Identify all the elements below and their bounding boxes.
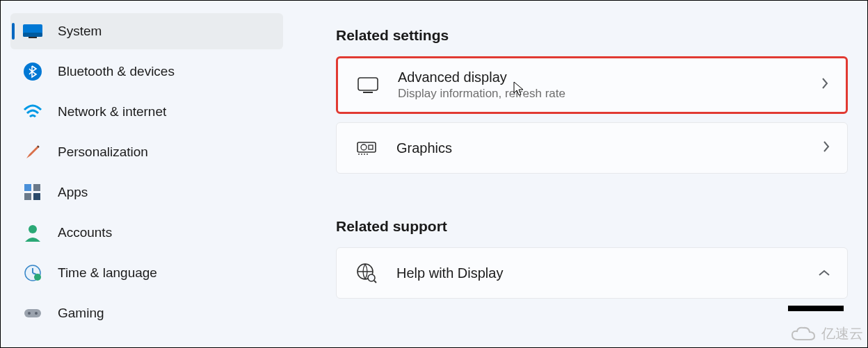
svg-point-12 [28,312,31,315]
chevron-right-icon [822,140,830,156]
card-title: Advanced display [398,69,821,85]
svg-rect-14 [358,78,378,90]
sidebar-item-accounts[interactable]: Accounts [10,215,283,251]
svg-rect-6 [24,193,31,200]
bluetooth-icon [23,62,42,81]
monitor-icon [357,75,378,96]
svg-rect-18 [369,145,373,149]
svg-rect-4 [24,184,31,191]
svg-point-8 [29,225,37,233]
svg-point-20 [368,274,375,281]
sidebar-item-label: Network & internet [58,104,166,119]
related-settings-heading: Related settings [336,27,848,44]
svg-rect-15 [363,92,373,93]
sidebar-nav: System Bluetooth & devices Network & int… [1,1,293,347]
watermark-text: 亿速云 [821,324,863,343]
cloud-icon [791,326,816,342]
apps-icon [23,183,42,202]
card-title: Help with Display [396,265,818,281]
sidebar-item-label: System [58,24,102,39]
graphics-card[interactable]: Graphics [336,122,848,174]
related-support-heading: Related support [336,218,848,235]
sidebar-item-network[interactable]: Network & internet [10,94,283,130]
redaction-bar [788,306,844,311]
sidebar-item-label: Accounts [58,225,112,240]
svg-point-10 [34,274,41,281]
sidebar-item-label: Bluetooth & devices [58,64,175,79]
chevron-up-icon [818,266,830,281]
svg-point-13 [35,312,38,315]
paintbrush-icon [23,142,42,162]
gamepad-icon [23,304,42,323]
sidebar-item-system[interactable]: System [10,13,283,49]
svg-rect-1 [23,33,42,37]
help-with-display-card[interactable]: Help with Display [336,247,848,299]
svg-rect-5 [33,184,40,191]
card-subtitle: Display information, refresh rate [398,87,821,101]
sidebar-item-label: Apps [58,185,88,200]
sidebar-item-bluetooth[interactable]: Bluetooth & devices [10,53,283,90]
sidebar-item-label: Gaming [58,306,104,321]
globe-search-icon [356,263,377,283]
svg-rect-2 [29,37,37,38]
sidebar-item-time-language[interactable]: Time & language [10,255,283,291]
svg-rect-7 [33,193,40,200]
gpu-icon [356,138,377,158]
svg-rect-11 [24,309,41,317]
clock-icon [23,263,42,283]
advanced-display-card[interactable]: Advanced display Display information, re… [336,56,848,114]
sidebar-item-label: Time & language [58,265,157,281]
sidebar-item-gaming[interactable]: Gaming [10,295,283,331]
watermark: 亿速云 [791,324,863,343]
svg-point-17 [361,144,367,150]
sidebar-item-label: Personalization [58,144,148,160]
chevron-right-icon [821,77,829,93]
sidebar-item-apps[interactable]: Apps [10,174,283,210]
card-title: Graphics [396,140,822,156]
display-icon [23,22,42,41]
sidebar-item-personalization[interactable]: Personalization [10,134,283,170]
main-content: Related settings Advanced display Displa… [293,1,867,347]
wifi-icon [23,102,42,122]
person-icon [23,223,42,242]
